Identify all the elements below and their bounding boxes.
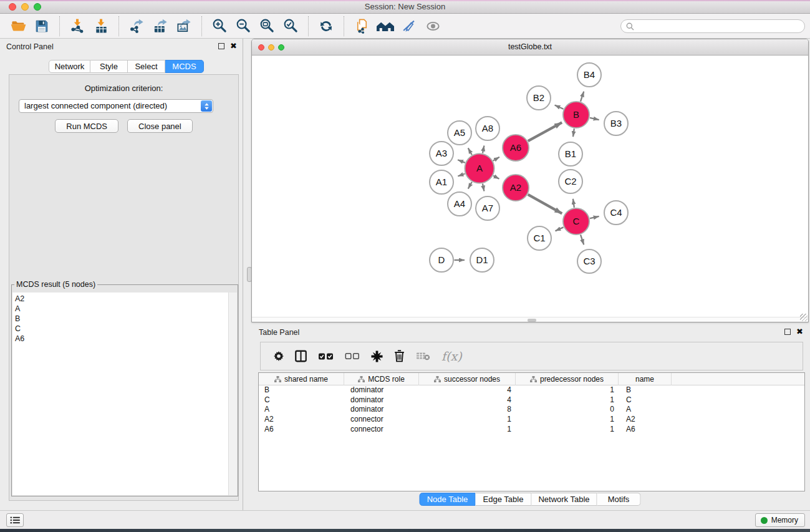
table-cell: connector: [344, 425, 419, 435]
import-table-icon[interactable]: [91, 16, 111, 36]
table-cell: 0: [516, 405, 619, 415]
home-icon[interactable]: [375, 16, 395, 36]
hide-annotations-icon[interactable]: [399, 16, 419, 36]
attribute-type-icon: [530, 376, 537, 382]
close-panel-icon[interactable]: ✖: [796, 329, 803, 335]
tab-mcds[interactable]: MCDS: [165, 60, 204, 73]
show-columns-icon[interactable]: [295, 350, 307, 362]
table-row[interactable]: Bdominator41B: [259, 385, 804, 395]
edge-C-C3[interactable]: [581, 235, 584, 244]
table-row[interactable]: A2connector11A2: [259, 415, 804, 425]
zoom-selected-icon[interactable]: [281, 16, 301, 36]
close-window-button[interactable]: [9, 3, 16, 11]
tab-select[interactable]: Select: [128, 60, 165, 73]
column-header-shared-name[interactable]: shared name: [259, 373, 344, 385]
import-network-icon[interactable]: [67, 16, 87, 36]
edge-A2-C[interactable]: [528, 195, 562, 213]
table-cell: C: [619, 395, 672, 405]
search-box[interactable]: [620, 19, 805, 33]
edge-B-B3[interactable]: [590, 118, 599, 120]
close-panel-button[interactable]: Close panel: [127, 119, 193, 133]
attribute-type-icon: [434, 376, 441, 382]
unselect-all-icon[interactable]: [345, 353, 360, 359]
delete-table-icon[interactable]: [416, 352, 430, 360]
result-list-item[interactable]: B: [15, 314, 228, 324]
table-row[interactable]: Adominator80A: [259, 405, 804, 415]
select-all-icon[interactable]: [318, 353, 334, 360]
column-header-name[interactable]: name: [619, 373, 672, 385]
edge-A-A4[interactable]: [468, 182, 472, 189]
table-row[interactable]: Cdominator41C: [259, 395, 804, 405]
task-history-button[interactable]: [6, 513, 24, 527]
edge-B-B2[interactable]: [555, 105, 564, 109]
tab-edge-table[interactable]: Edge Table: [476, 493, 532, 506]
criterion-dropdown[interactable]: largest connected component (directed): [19, 99, 213, 113]
table-row[interactable]: A6connector11A6: [259, 425, 804, 435]
edge-C-C1[interactable]: [555, 227, 563, 231]
zoom-in-icon[interactable]: [210, 16, 229, 36]
export-image-icon[interactable]: [174, 16, 194, 36]
export-network-icon[interactable]: [127, 16, 147, 36]
edge-C-C4[interactable]: [590, 216, 599, 218]
edge-A-A1[interactable]: [458, 173, 465, 176]
edge-A-A5[interactable]: [468, 148, 472, 155]
result-list-item[interactable]: C: [15, 324, 228, 334]
settings-gear-icon[interactable]: [274, 351, 284, 361]
network-close-button[interactable]: [258, 44, 264, 51]
network-hscrollbar[interactable]: [252, 317, 808, 322]
search-input[interactable]: [637, 21, 804, 32]
network-canvas[interactable]: B4B2BB3A8A5A6B1A3AC2A1A2A4A7C4CC1C3DD1: [252, 56, 808, 317]
save-session-icon[interactable]: [32, 16, 52, 36]
show-view-eye-icon[interactable]: [423, 16, 443, 36]
edge-A-A2[interactable]: [493, 176, 499, 179]
network-maximize-button[interactable]: [278, 44, 284, 51]
duplicate-network-icon[interactable]: [352, 16, 372, 36]
add-row-icon[interactable]: [371, 351, 383, 362]
edge-A-A7[interactable]: [483, 183, 484, 191]
edge-C-C2[interactable]: [573, 199, 574, 208]
network-window-titlebar[interactable]: testGlobe.txt: [252, 39, 808, 56]
table-cell: connector: [344, 415, 419, 425]
minimize-window-button[interactable]: [21, 3, 29, 11]
memory-button[interactable]: Memory: [755, 513, 805, 527]
delete-row-trash-icon[interactable]: [394, 350, 405, 362]
table-cell: 8: [419, 405, 516, 415]
result-list-item[interactable]: A2: [15, 294, 228, 304]
function-builder-icon[interactable]: f(x): [441, 349, 462, 363]
tab-network-table[interactable]: Network Table: [532, 493, 597, 506]
run-mcds-button[interactable]: Run MCDS: [55, 119, 118, 133]
column-header-MCDS-role[interactable]: MCDS role: [344, 373, 419, 385]
toolbar-separator: [59, 16, 60, 36]
edge-A-A8[interactable]: [483, 145, 484, 153]
window-resize-grip[interactable]: [800, 314, 808, 321]
zoom-fit-icon[interactable]: [257, 16, 277, 36]
edge-A-A6[interactable]: [493, 157, 499, 161]
network-minimize-button[interactable]: [268, 44, 274, 51]
edge-A6-B[interactable]: [528, 122, 562, 141]
close-panel-icon[interactable]: ✖: [230, 43, 237, 49]
search-icon: [626, 22, 634, 31]
result-list-item[interactable]: A: [15, 304, 228, 314]
float-panel-icon[interactable]: [218, 43, 224, 49]
tab-network[interactable]: Network: [49, 60, 90, 73]
tab-style[interactable]: Style: [90, 60, 128, 73]
edge-A-A3[interactable]: [458, 160, 465, 163]
result-list-item[interactable]: A6: [15, 334, 228, 344]
hscroll-thumb[interactable]: [528, 319, 536, 322]
export-table-icon[interactable]: [150, 16, 170, 36]
float-panel-icon[interactable]: [784, 329, 791, 335]
edge-B-B1[interactable]: [573, 128, 574, 137]
column-header-predecessor-nodes[interactable]: predecessor nodes: [516, 373, 619, 385]
tab-motifs[interactable]: Motifs: [597, 493, 641, 506]
column-header-successor-nodes[interactable]: successor nodes: [419, 373, 516, 385]
result-scrollbar[interactable]: [228, 293, 237, 495]
open-session-icon[interactable]: [8, 16, 28, 36]
table-toolbar: f(x): [260, 342, 803, 370]
maximize-window-button[interactable]: [34, 3, 41, 11]
zoom-out-icon[interactable]: [233, 16, 253, 36]
node-label-B: B: [573, 109, 579, 120]
edge-B-B4[interactable]: [581, 92, 584, 102]
table-cell: A: [619, 405, 672, 415]
tab-node-table[interactable]: Node Table: [420, 493, 476, 506]
refresh-icon[interactable]: [316, 16, 336, 36]
